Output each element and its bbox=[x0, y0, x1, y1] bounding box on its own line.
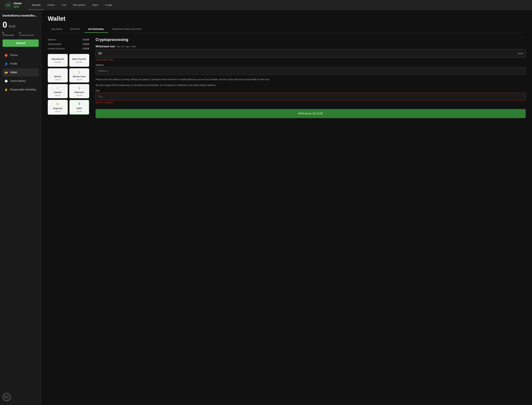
info-text-erc20: We only support ERC20 addresses on the E… bbox=[95, 83, 526, 87]
ethereum-icon: ⟠ bbox=[78, 86, 80, 90]
sidebar-item-profile[interactable]: 👤 Profile bbox=[3, 60, 39, 68]
withdrawal-amount-field[interactable]: EUR bbox=[95, 49, 526, 58]
bitcoin-cash-name: Bitcoin Cash bbox=[73, 75, 86, 78]
withdraw-button[interactable]: Withdraw 50 EUR bbox=[95, 109, 526, 118]
payment-usdt[interactable]: ₮ USDT min 20 bbox=[69, 100, 89, 115]
wallet-tabs: BALANCE DEPOSIT WITHDRAWAL TRANSACTIONS … bbox=[48, 26, 526, 33]
balance-value: 0 EUR bbox=[83, 38, 89, 41]
litecoin-min: min 20 bbox=[55, 94, 60, 96]
sidebar-menu: 🎁 Promo 👤 Profile 💳 Wallet 🕐 Game Histor… bbox=[3, 51, 39, 94]
city-input[interactable] bbox=[95, 93, 526, 101]
bank-transfer-name: Bank Transfer bbox=[72, 58, 86, 60]
tab-withdrawal[interactable]: WITHDRAWAL bbox=[84, 26, 108, 33]
bitcoin-cash-icon: ₿ bbox=[78, 70, 80, 74]
promo-icon: 🎁 bbox=[4, 54, 8, 57]
sidebar-item-wallet-label: Wallet bbox=[10, 71, 17, 74]
bitcoin-cash-min: min 20 bbox=[77, 79, 82, 81]
paysafecard-min: min €20 bbox=[55, 61, 61, 63]
withdrawal-amount-input[interactable] bbox=[96, 49, 515, 57]
sidebar-item-promo[interactable]: 🎁 Promo bbox=[3, 51, 39, 59]
payment-ethereum[interactable]: ⟠ Ethereum min 20 bbox=[69, 84, 89, 98]
wallet-left-panel: Balance 0 EUR Withdrawable 0 EUR Locked … bbox=[48, 37, 89, 118]
city-error: Must be completed bbox=[95, 101, 526, 104]
withdrawable-value: 0 bbox=[3, 31, 14, 34]
withdrawal-sum-hint: Min: 20 · Max: 4,000 bbox=[117, 45, 136, 48]
crypto-title: Cryptoprocessing bbox=[95, 37, 526, 42]
logo-spin-text: spin bbox=[13, 5, 22, 8]
ethereum-min: min 20 bbox=[77, 94, 82, 96]
payment-litecoin[interactable]: Ł Litecoin min 20 bbox=[48, 84, 68, 98]
usdt-icon: ₮ bbox=[78, 102, 81, 106]
locked-value: 0 bbox=[19, 31, 34, 34]
payment-bank-transfer[interactable]: Bank Transfer min €20 bbox=[69, 54, 89, 67]
sidebar-item-responsible-gambling[interactable]: ✋ Responsible Gambling bbox=[3, 86, 39, 94]
locked-section-value: 0 EUR bbox=[83, 47, 89, 50]
wallet-icon: 💳 bbox=[4, 71, 8, 74]
payment-bitcoin[interactable]: ₿ Bitcoin min 20 bbox=[48, 68, 68, 82]
nav-in-play[interactable]: In-play bbox=[102, 0, 116, 10]
nav-live[interactable]: Live bbox=[58, 0, 70, 10]
logo-clover-text: clover bbox=[13, 2, 22, 5]
sidebar: bookofbonus bookofbo... 0 EUR 0 Withdraw… bbox=[0, 10, 41, 405]
svg-point-2 bbox=[3, 393, 10, 401]
info-text-cashout: Please enter the address correctly, with… bbox=[95, 78, 526, 81]
amount-currency: EUR bbox=[515, 50, 525, 57]
city-group: City Must be completed bbox=[95, 89, 526, 104]
logo[interactable]: CS clover spin bbox=[4, 1, 22, 9]
payment-bitcoin-cash[interactable]: ₿ Bitcoin Cash min 20 bbox=[69, 68, 89, 82]
tab-transactions[interactable]: TRANSACTIONS HISTORY bbox=[108, 26, 145, 33]
dogecoin-min: min 20 bbox=[55, 110, 60, 112]
bitcoin-icon: ₿ bbox=[57, 70, 59, 74]
page-title: Wallet bbox=[48, 15, 526, 22]
withdrawable-label: Withdrawable bbox=[3, 34, 14, 36]
game-history-icon: 🕐 bbox=[4, 79, 8, 83]
city-label: City bbox=[95, 89, 526, 92]
address-group: Adresse bbox=[95, 64, 526, 75]
payment-dogecoin[interactable]: Ð Dogecoin min 20 bbox=[48, 100, 68, 115]
responsible-gambling-icon: ✋ bbox=[4, 88, 8, 91]
address-input[interactable] bbox=[95, 67, 526, 75]
nav-sport[interactable]: Sport bbox=[89, 0, 102, 10]
balance-display: 0 EUR bbox=[3, 20, 39, 29]
svg-text:BONUS: BONUS bbox=[5, 397, 8, 398]
bank-transfer-min: min €20 bbox=[76, 61, 82, 63]
sidebar-item-profile-label: Profile bbox=[10, 62, 17, 65]
paysafecard-name: Paysafecard bbox=[52, 58, 64, 60]
locked-section-label: Locked by bonus bbox=[48, 47, 65, 50]
usdt-min: min 20 bbox=[77, 110, 82, 112]
sidebar-item-wallet[interactable]: 💳 Wallet bbox=[3, 68, 39, 76]
withdrawal-sum-label: Withdrawal sum bbox=[95, 45, 115, 48]
crypto-form-panel: Cryptoprocessing Withdrawal sum Min: 20 … bbox=[95, 37, 526, 118]
tab-deposit[interactable]: DEPOSIT bbox=[66, 26, 84, 33]
sidebar-item-game-history-label: Game History bbox=[10, 80, 26, 82]
usdt-name: USDT bbox=[76, 107, 82, 109]
bitcoin-min: min 20 bbox=[55, 79, 60, 81]
wallet-grid: Balance 0 EUR Withdrawable 0 EUR Locked … bbox=[48, 37, 526, 118]
error-not-enough-money: Not enough money bbox=[95, 58, 526, 61]
main-layout: bookofbonus bookofbo... 0 EUR 0 Withdraw… bbox=[0, 10, 532, 405]
deposit-button[interactable]: Deposit bbox=[3, 40, 39, 47]
locked-label: Locked by bonus bbox=[19, 34, 34, 36]
sidebar-item-responsible-gambling-label: Responsible Gambling bbox=[10, 88, 36, 91]
balance-details: 0 Withdrawable 0 Locked by bonus bbox=[3, 31, 39, 36]
litecoin-name: Litecoin bbox=[54, 91, 62, 94]
sidebar-item-promo-label: Promo bbox=[10, 54, 18, 57]
payment-methods-grid: Paysafecard min €20 Bank Transfer min €2… bbox=[48, 54, 89, 115]
bitcoin-name: Bitcoin bbox=[54, 75, 61, 78]
address-label: Adresse bbox=[95, 64, 526, 66]
profile-icon: 👤 bbox=[4, 62, 8, 66]
main-content: Wallet BALANCE DEPOSIT WITHDRAWAL TRANSA… bbox=[41, 10, 532, 405]
nav-mini-games[interactable]: Mini games bbox=[70, 0, 89, 10]
balance-amount: 0 bbox=[3, 20, 7, 29]
main-nav: Account Casino Live Mini games Sport In-… bbox=[28, 0, 116, 10]
sidebar-item-game-history[interactable]: 🕐 Game History bbox=[3, 77, 39, 85]
nav-account[interactable]: Account bbox=[28, 0, 44, 10]
litecoin-icon: Ł bbox=[57, 86, 59, 90]
username: bookofbonus bookofbo... bbox=[3, 14, 39, 17]
payment-paysafecard[interactable]: Paysafecard min €20 bbox=[48, 54, 68, 67]
svg-text:BOOK OF: BOOK OF bbox=[4, 396, 9, 397]
logo-icon: CS bbox=[4, 1, 12, 9]
withdrawal-sum-group: Withdrawal sum Min: 20 · Max: 4,000 EUR … bbox=[95, 45, 526, 61]
nav-casino[interactable]: Casino bbox=[44, 0, 58, 10]
tab-balance[interactable]: BALANCE bbox=[48, 26, 66, 33]
